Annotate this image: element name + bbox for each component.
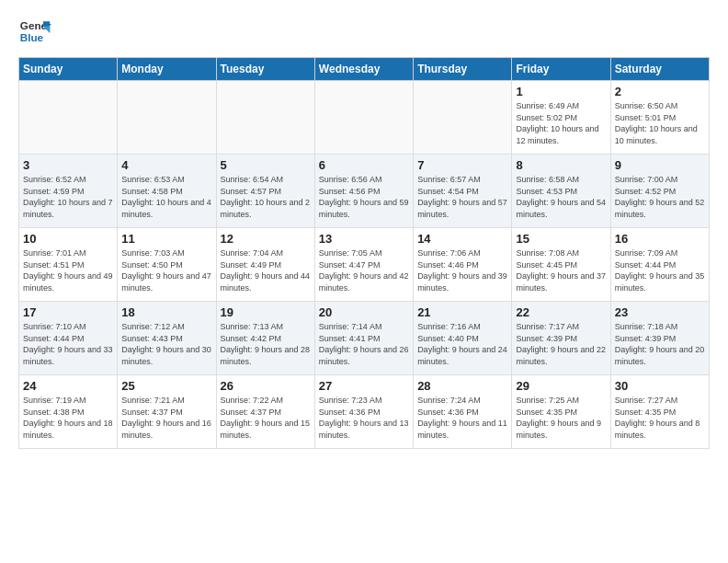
page: General Blue SundayMondayTuesdayWednesda… <box>0 0 728 464</box>
day-number: 8 <box>516 158 606 172</box>
calendar-cell: 2Sunrise: 6:50 AM Sunset: 5:01 PM Daylig… <box>610 81 709 155</box>
day-info: Sunrise: 7:00 AM Sunset: 4:52 PM Dayligh… <box>615 174 705 220</box>
calendar-day-header: Saturday <box>610 58 709 81</box>
calendar-week-row: 17Sunrise: 7:10 AM Sunset: 4:44 PM Dayli… <box>19 302 710 375</box>
calendar-cell: 12Sunrise: 7:04 AM Sunset: 4:49 PM Dayli… <box>216 228 314 302</box>
calendar-table: SundayMondayTuesdayWednesdayThursdayFrid… <box>18 57 710 449</box>
day-info: Sunrise: 7:09 AM Sunset: 4:44 PM Dayligh… <box>615 247 705 293</box>
day-number: 9 <box>615 158 705 172</box>
day-number: 2 <box>615 85 705 98</box>
calendar-cell: 7Sunrise: 6:57 AM Sunset: 4:54 PM Daylig… <box>414 155 512 228</box>
day-number: 13 <box>319 232 409 246</box>
calendar-cell: 6Sunrise: 6:56 AM Sunset: 4:56 PM Daylig… <box>314 155 413 228</box>
day-number: 22 <box>516 305 606 319</box>
calendar-cell: 17Sunrise: 7:10 AM Sunset: 4:44 PM Dayli… <box>19 302 118 375</box>
day-info: Sunrise: 6:56 AM Sunset: 4:56 PM Dayligh… <box>319 174 409 220</box>
calendar-day-header: Wednesday <box>314 58 413 81</box>
day-number: 30 <box>615 379 705 393</box>
calendar-week-row: 1Sunrise: 6:49 AM Sunset: 5:02 PM Daylig… <box>19 81 710 155</box>
calendar-cell: 26Sunrise: 7:22 AM Sunset: 4:37 PM Dayli… <box>216 375 314 449</box>
day-info: Sunrise: 6:52 AM Sunset: 4:59 PM Dayligh… <box>23 174 113 220</box>
calendar-cell: 19Sunrise: 7:13 AM Sunset: 4:42 PM Dayli… <box>216 302 314 375</box>
calendar-cell: 20Sunrise: 7:14 AM Sunset: 4:41 PM Dayli… <box>314 302 413 375</box>
calendar-cell: 30Sunrise: 7:27 AM Sunset: 4:35 PM Dayli… <box>610 375 709 449</box>
day-info: Sunrise: 7:06 AM Sunset: 4:46 PM Dayligh… <box>417 247 507 293</box>
calendar-cell: 25Sunrise: 7:21 AM Sunset: 4:37 PM Dayli… <box>118 375 216 449</box>
calendar-cell: 16Sunrise: 7:09 AM Sunset: 4:44 PM Dayli… <box>610 228 709 302</box>
day-number: 3 <box>23 158 113 172</box>
day-info: Sunrise: 7:19 AM Sunset: 4:38 PM Dayligh… <box>23 395 113 441</box>
day-info: Sunrise: 7:01 AM Sunset: 4:51 PM Dayligh… <box>23 247 113 293</box>
day-info: Sunrise: 7:03 AM Sunset: 4:50 PM Dayligh… <box>121 247 211 293</box>
header: General Blue <box>18 15 710 48</box>
day-number: 23 <box>615 305 705 319</box>
calendar-cell <box>118 81 216 155</box>
svg-text:Blue: Blue <box>20 31 44 43</box>
calendar-cell: 3Sunrise: 6:52 AM Sunset: 4:59 PM Daylig… <box>19 155 118 228</box>
calendar-cell: 28Sunrise: 7:24 AM Sunset: 4:36 PM Dayli… <box>414 375 512 449</box>
calendar-cell: 21Sunrise: 7:16 AM Sunset: 4:40 PM Dayli… <box>414 302 512 375</box>
calendar-cell: 1Sunrise: 6:49 AM Sunset: 5:02 PM Daylig… <box>512 81 610 155</box>
day-info: Sunrise: 7:21 AM Sunset: 4:37 PM Dayligh… <box>121 395 211 441</box>
calendar-cell: 4Sunrise: 6:53 AM Sunset: 4:58 PM Daylig… <box>118 155 216 228</box>
day-info: Sunrise: 6:57 AM Sunset: 4:54 PM Dayligh… <box>417 174 507 220</box>
day-info: Sunrise: 7:22 AM Sunset: 4:37 PM Dayligh… <box>221 395 311 441</box>
day-number: 21 <box>417 305 507 319</box>
day-number: 17 <box>23 305 113 319</box>
calendar-week-row: 3Sunrise: 6:52 AM Sunset: 4:59 PM Daylig… <box>19 155 710 228</box>
calendar-cell: 10Sunrise: 7:01 AM Sunset: 4:51 PM Dayli… <box>19 228 118 302</box>
logo: General Blue <box>18 15 51 48</box>
day-number: 6 <box>319 158 409 172</box>
calendar-cell: 27Sunrise: 7:23 AM Sunset: 4:36 PM Dayli… <box>314 375 413 449</box>
calendar-cell: 9Sunrise: 7:00 AM Sunset: 4:52 PM Daylig… <box>610 155 709 228</box>
calendar-cell: 22Sunrise: 7:17 AM Sunset: 4:39 PM Dayli… <box>512 302 610 375</box>
calendar-cell <box>216 81 314 155</box>
calendar-cell: 5Sunrise: 6:54 AM Sunset: 4:57 PM Daylig… <box>216 155 314 228</box>
day-number: 10 <box>23 232 113 246</box>
day-info: Sunrise: 6:58 AM Sunset: 4:53 PM Dayligh… <box>516 174 606 220</box>
day-info: Sunrise: 7:18 AM Sunset: 4:39 PM Dayligh… <box>615 321 705 367</box>
calendar-cell <box>414 81 512 155</box>
day-info: Sunrise: 7:08 AM Sunset: 4:45 PM Dayligh… <box>516 247 606 293</box>
logo-icon: General Blue <box>18 15 51 48</box>
day-info: Sunrise: 7:17 AM Sunset: 4:39 PM Dayligh… <box>516 321 606 367</box>
day-info: Sunrise: 6:54 AM Sunset: 4:57 PM Dayligh… <box>221 174 311 220</box>
day-number: 28 <box>417 379 507 393</box>
day-info: Sunrise: 7:04 AM Sunset: 4:49 PM Dayligh… <box>221 247 311 293</box>
calendar-week-row: 24Sunrise: 7:19 AM Sunset: 4:38 PM Dayli… <box>19 375 710 449</box>
day-number: 24 <box>23 379 113 393</box>
day-info: Sunrise: 6:53 AM Sunset: 4:58 PM Dayligh… <box>121 174 211 220</box>
day-info: Sunrise: 7:27 AM Sunset: 4:35 PM Dayligh… <box>615 395 705 441</box>
calendar-day-header: Sunday <box>19 58 118 81</box>
day-number: 20 <box>319 305 409 319</box>
calendar-day-header: Monday <box>118 58 216 81</box>
day-number: 25 <box>121 379 211 393</box>
day-info: Sunrise: 7:13 AM Sunset: 4:42 PM Dayligh… <box>221 321 311 367</box>
calendar-cell: 13Sunrise: 7:05 AM Sunset: 4:47 PM Dayli… <box>314 228 413 302</box>
day-number: 16 <box>615 232 705 246</box>
day-number: 12 <box>221 232 311 246</box>
day-info: Sunrise: 7:05 AM Sunset: 4:47 PM Dayligh… <box>319 247 409 293</box>
day-number: 18 <box>121 305 211 319</box>
day-number: 29 <box>516 379 606 393</box>
day-number: 19 <box>221 305 311 319</box>
calendar-day-header: Tuesday <box>216 58 314 81</box>
day-info: Sunrise: 6:50 AM Sunset: 5:01 PM Dayligh… <box>615 100 705 146</box>
calendar-cell: 8Sunrise: 6:58 AM Sunset: 4:53 PM Daylig… <box>512 155 610 228</box>
calendar-week-row: 10Sunrise: 7:01 AM Sunset: 4:51 PM Dayli… <box>19 228 710 302</box>
day-info: Sunrise: 7:25 AM Sunset: 4:35 PM Dayligh… <box>516 395 606 441</box>
day-info: Sunrise: 7:24 AM Sunset: 4:36 PM Dayligh… <box>417 395 507 441</box>
day-number: 4 <box>121 158 211 172</box>
calendar-cell: 18Sunrise: 7:12 AM Sunset: 4:43 PM Dayli… <box>118 302 216 375</box>
day-info: Sunrise: 7:10 AM Sunset: 4:44 PM Dayligh… <box>23 321 113 367</box>
calendar-cell: 15Sunrise: 7:08 AM Sunset: 4:45 PM Dayli… <box>512 228 610 302</box>
day-info: Sunrise: 7:12 AM Sunset: 4:43 PM Dayligh… <box>121 321 211 367</box>
calendar-cell: 23Sunrise: 7:18 AM Sunset: 4:39 PM Dayli… <box>610 302 709 375</box>
day-number: 11 <box>121 232 211 246</box>
calendar-cell: 11Sunrise: 7:03 AM Sunset: 4:50 PM Dayli… <box>118 228 216 302</box>
day-info: Sunrise: 7:23 AM Sunset: 4:36 PM Dayligh… <box>319 395 409 441</box>
day-number: 14 <box>417 232 507 246</box>
day-number: 1 <box>516 85 606 98</box>
day-info: Sunrise: 6:49 AM Sunset: 5:02 PM Dayligh… <box>516 100 606 146</box>
day-number: 15 <box>516 232 606 246</box>
